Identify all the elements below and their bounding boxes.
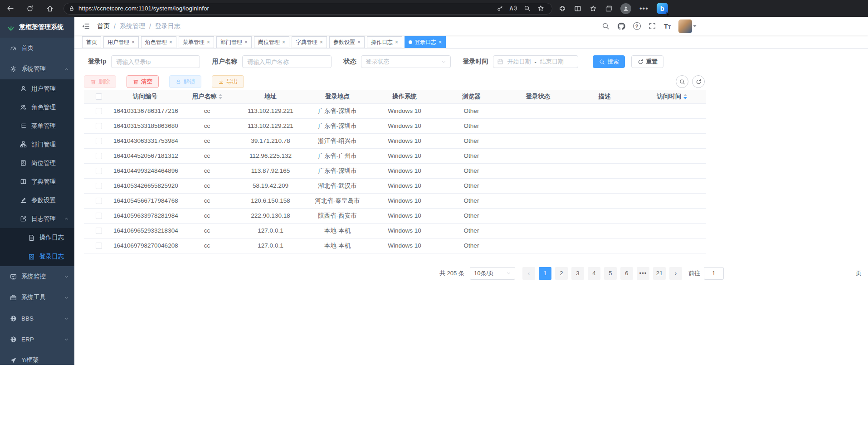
- sidebar-item-monitor[interactable]: 系统监控: [0, 266, 74, 287]
- font-size-button[interactable]: T T: [664, 22, 671, 30]
- read-aloud-button[interactable]: A: [507, 5, 520, 12]
- tab-param-settings[interactable]: 参数设置×: [329, 36, 365, 48]
- app-logo[interactable]: 意框架管理系统: [0, 17, 74, 38]
- row-checkbox[interactable]: [96, 153, 102, 159]
- close-icon[interactable]: ×: [439, 39, 442, 45]
- user-name-input[interactable]: [242, 55, 332, 68]
- select-all-checkbox[interactable]: [96, 93, 102, 100]
- breadcrumb-home[interactable]: 首页: [97, 22, 110, 30]
- export-button[interactable]: 导出: [212, 75, 244, 88]
- tab-role-mgmt[interactable]: 角色管理×: [141, 36, 176, 48]
- close-icon[interactable]: ×: [395, 39, 398, 45]
- address-bar[interactable]: https://ccnetcore.com:1101/system/log/lo…: [63, 3, 552, 15]
- unlock-button[interactable]: 解锁: [169, 75, 201, 88]
- row-checkbox[interactable]: [96, 138, 102, 144]
- row-checkbox[interactable]: [96, 213, 102, 219]
- fullscreen-button[interactable]: [649, 22, 656, 30]
- login-ip-input[interactable]: [111, 55, 200, 68]
- sidebar-item-log-mgmt[interactable]: 日志管理: [0, 209, 74, 228]
- page-button-5[interactable]: 5: [604, 267, 617, 280]
- tab-menu-mgmt[interactable]: 菜单管理×: [179, 36, 214, 48]
- sidebar-item-system-mgmt[interactable]: 系统管理: [0, 58, 74, 79]
- add-favorite-button[interactable]: [534, 5, 547, 12]
- url-text[interactable]: https://ccnetcore.com:1101/system/log/lo…: [78, 5, 493, 12]
- sidebar-item-home[interactable]: 首页: [0, 38, 74, 58]
- sidebar-toggle[interactable]: [82, 22, 90, 30]
- sidebar-item-dict-mgmt[interactable]: 字典管理: [0, 172, 74, 191]
- col-visit-time[interactable]: 访问时间: [638, 90, 706, 103]
- close-icon[interactable]: ×: [320, 39, 323, 45]
- favorites-button[interactable]: [590, 5, 597, 12]
- row-checkbox[interactable]: [96, 228, 102, 234]
- reset-button[interactable]: 重置: [631, 55, 663, 68]
- sort-carets-icon[interactable]: [683, 94, 687, 99]
- sidebar-item-op-log[interactable]: 操作日志: [0, 228, 74, 247]
- sidebar-item-dept-mgmt[interactable]: 部门管理: [0, 135, 74, 154]
- page-button-3[interactable]: 3: [571, 267, 584, 280]
- more-pages-button[interactable]: •••: [637, 267, 649, 280]
- row-checkbox[interactable]: [96, 183, 102, 189]
- page-button-1[interactable]: 1: [539, 267, 551, 280]
- breadcrumb-system[interactable]: 系统管理: [120, 22, 145, 30]
- close-icon[interactable]: ×: [244, 39, 248, 45]
- tab-login-log[interactable]: 登录日志×: [405, 36, 446, 48]
- delete-button[interactable]: 删除: [84, 75, 116, 88]
- clear-button[interactable]: 清空: [127, 75, 159, 88]
- browser-back-button[interactable]: [0, 5, 20, 12]
- split-screen-button[interactable]: [574, 5, 581, 12]
- page-button-6[interactable]: 6: [620, 267, 633, 280]
- collections-button[interactable]: [605, 5, 612, 12]
- search-button[interactable]: 搜索: [593, 55, 625, 68]
- close-icon[interactable]: ×: [169, 39, 172, 45]
- refresh-table-button[interactable]: [692, 75, 705, 88]
- extensions-button[interactable]: [559, 5, 566, 12]
- browser-profile-avatar[interactable]: [620, 3, 631, 14]
- prev-page-button[interactable]: ‹: [522, 267, 535, 280]
- sidebar-item-bbs[interactable]: BBS: [0, 308, 74, 329]
- sidebar-item-erp[interactable]: ERP: [0, 329, 74, 350]
- tab-home[interactable]: 首页: [82, 36, 101, 48]
- user-avatar[interactable]: [678, 19, 692, 33]
- close-icon[interactable]: ×: [357, 39, 361, 45]
- tab-op-log[interactable]: 操作日志×: [367, 36, 402, 48]
- tab-post-mgmt[interactable]: 岗位管理×: [254, 36, 289, 48]
- close-icon[interactable]: ×: [207, 39, 210, 45]
- zoom-button[interactable]: [520, 5, 534, 12]
- next-page-button[interactable]: ›: [669, 267, 682, 280]
- col-user-name[interactable]: 用户名称: [177, 90, 237, 103]
- sidebar-item-tools[interactable]: 系统工具: [0, 287, 74, 308]
- header-search-button[interactable]: [602, 22, 610, 30]
- password-key-button[interactable]: [493, 5, 507, 12]
- user-menu[interactable]: [678, 19, 697, 33]
- page-button-21[interactable]: 21: [653, 267, 666, 280]
- row-checkbox[interactable]: [96, 243, 102, 249]
- browser-refresh-button[interactable]: [20, 5, 40, 12]
- sidebar-item-login-log[interactable]: 登录日志: [0, 247, 74, 266]
- copilot-button[interactable]: b: [657, 3, 668, 14]
- end-date[interactable]: 结束日期: [540, 58, 564, 66]
- row-checkbox[interactable]: [96, 168, 102, 174]
- status-select[interactable]: 登录状态: [361, 55, 451, 68]
- github-button[interactable]: [617, 22, 625, 30]
- tab-user-mgmt[interactable]: 用户管理×: [103, 36, 139, 48]
- date-range-picker[interactable]: 开始日期 - 结束日期: [493, 55, 578, 68]
- page-button-4[interactable]: 4: [588, 267, 600, 280]
- browser-more-button[interactable]: •••: [639, 5, 649, 13]
- sidebar-item-post-mgmt[interactable]: 岗位管理: [0, 154, 74, 172]
- sidebar-item-role-mgmt[interactable]: 角色管理: [0, 98, 74, 117]
- close-icon[interactable]: ×: [132, 39, 135, 45]
- sidebar-item-user-mgmt[interactable]: 用户管理: [0, 79, 74, 98]
- sort-carets-icon[interactable]: [219, 94, 222, 99]
- close-icon[interactable]: ×: [282, 39, 285, 45]
- toggle-search-button[interactable]: [676, 75, 688, 88]
- row-checkbox[interactable]: [96, 123, 102, 129]
- goto-page-input[interactable]: [704, 267, 724, 280]
- row-checkbox[interactable]: [96, 108, 102, 114]
- start-date[interactable]: 开始日期: [507, 58, 531, 66]
- page-size-select[interactable]: 10条/页: [470, 267, 515, 280]
- row-checkbox[interactable]: [96, 198, 102, 204]
- help-button[interactable]: ?: [633, 22, 641, 30]
- tab-dict-mgmt[interactable]: 字典管理×: [292, 36, 327, 48]
- sidebar-item-yi-framework[interactable]: Yi框架: [0, 350, 74, 370]
- browser-home-button[interactable]: [40, 5, 60, 12]
